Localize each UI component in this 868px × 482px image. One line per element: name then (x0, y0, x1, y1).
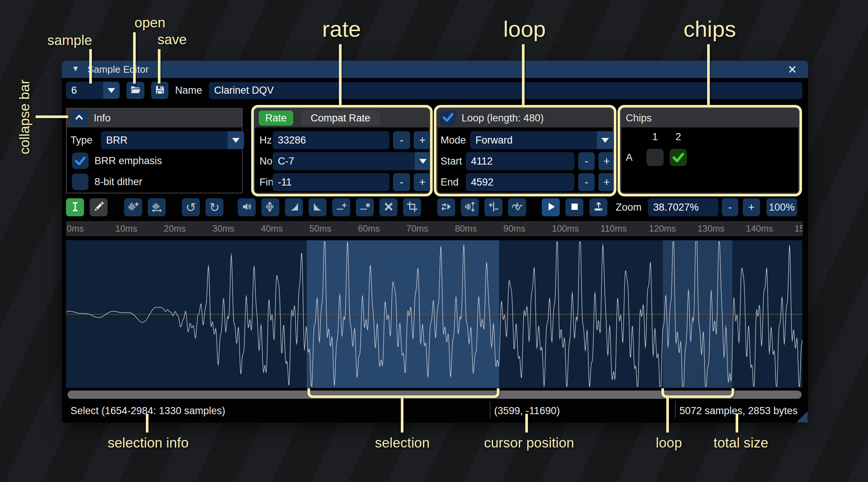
hz-decrement-button[interactable]: - (393, 131, 410, 149)
apply-filter-button[interactable] (508, 198, 526, 216)
trim-button[interactable] (403, 198, 421, 216)
fade-in-button[interactable] (285, 198, 303, 216)
loop-mode-dropdown[interactable]: Forward (470, 131, 613, 149)
window-resize-grip[interactable] (796, 411, 808, 422)
ruler-tick-label: 40ms (261, 223, 283, 234)
window-collapse-icon[interactable]: ▼ (72, 64, 79, 73)
ruler-tick-label: 30ms (212, 223, 234, 234)
loop-enable-checkbox[interactable] (440, 110, 456, 126)
redo-button[interactable]: ↻ (205, 198, 223, 216)
window-title: Sample Editor (87, 64, 148, 75)
stop-icon (569, 201, 580, 214)
apply-silence-button[interactable] (356, 198, 374, 216)
amp-vert-icon (265, 201, 276, 214)
annotation-line (158, 49, 160, 84)
ruler-tick-label: 140ms (746, 223, 773, 234)
fade-out-button[interactable] (309, 198, 327, 216)
resample-button[interactable] (124, 198, 142, 216)
zoom-out-button[interactable]: - (722, 198, 738, 216)
annotation-sample: sample (47, 33, 92, 48)
annotation-line (525, 414, 528, 433)
collapse-bar-button[interactable] (70, 110, 88, 126)
fine-input[interactable]: -11 (273, 173, 390, 191)
window-titlebar[interactable]: ▼ Sample Editor ✕ (62, 61, 808, 78)
chip-column-label: 1 (652, 131, 658, 143)
name-input[interactable]: Clarinet DQV (209, 82, 802, 99)
ibeam-icon (69, 201, 81, 214)
edit-cursor-button[interactable] (66, 198, 84, 216)
fine-increment-button[interactable]: + (414, 173, 431, 191)
delete-button[interactable] (379, 198, 397, 216)
zoom-in-button[interactable]: + (743, 198, 760, 216)
8-bit-dither-checkbox[interactable] (72, 174, 88, 190)
silence-star-icon (359, 201, 371, 214)
chip-A-1-checkbox[interactable] (646, 149, 664, 166)
sample-selector-value: 6 (71, 85, 77, 96)
note-dropdown[interactable]: C-7 (273, 152, 431, 170)
type-dropdown[interactable]: BRR (101, 131, 244, 149)
loop-end-increment-button[interactable]: + (598, 173, 615, 191)
loop-start-label: Start (441, 152, 462, 170)
ruler-tick-label: 150ms (795, 223, 803, 234)
annotation-line (89, 49, 92, 84)
sample-selector[interactable]: 6 (66, 82, 120, 99)
amplify-button[interactable] (261, 198, 279, 216)
save-button[interactable] (151, 82, 168, 99)
annotation-total-size: total size (714, 435, 768, 451)
ruler-tick-label: 70ms (406, 223, 429, 234)
fine-decrement-button[interactable]: - (393, 173, 410, 191)
annotation-loop-bottom: loop (656, 435, 682, 451)
status-separator (490, 401, 490, 418)
zoom-reset-button[interactable]: 100% (766, 198, 797, 216)
chevron-up-icon (73, 112, 85, 124)
loop-header-label: Loop (length: 480) (462, 109, 544, 127)
draw-pencil-button[interactable] (90, 198, 108, 216)
brr-emphasis-checkbox[interactable] (72, 153, 88, 169)
invert-button[interactable] (461, 198, 479, 216)
crop-icon (406, 201, 418, 214)
waveform-canvas[interactable] (66, 240, 802, 388)
open-button[interactable] (126, 82, 144, 99)
dropdown-arrow-icon (228, 131, 244, 149)
ruler-tick-label: 60ms (358, 223, 380, 234)
chip-column-label: 2 (675, 131, 681, 143)
close-button[interactable]: ✕ (785, 62, 800, 76)
ruler-tick-label: 0ms (67, 223, 84, 234)
info-checkbox-row: BRR emphasis (72, 152, 162, 169)
chip-row-label: A (626, 149, 633, 166)
stop-button[interactable] (565, 198, 583, 216)
ruler-tick-label: 120ms (649, 223, 676, 234)
reverse-button[interactable] (437, 198, 455, 216)
hz-increment-button[interactable]: + (414, 131, 431, 149)
annotation-selection: selection (375, 435, 430, 451)
zoom-input[interactable]: 38.7027% (648, 198, 718, 216)
signed-unsigned-button[interactable] (484, 198, 502, 216)
chips-header: Chips (621, 109, 798, 127)
undo-button[interactable]: ↺ (182, 198, 200, 216)
import-sample-button[interactable] (589, 198, 607, 216)
fade-out-icon (312, 201, 324, 214)
rate-section: Rate Compat Rate Hz 33286 - + Note C-7 F… (254, 108, 430, 193)
time-ruler[interactable]: 0ms10ms20ms30ms40ms50ms60ms70ms80ms90ms1… (66, 221, 803, 236)
chip-A-2-checkbox[interactable] (670, 149, 687, 166)
loop-start-increment-button[interactable]: + (598, 152, 615, 170)
waveform-view (66, 240, 802, 388)
ruler-tick-label: 10ms (115, 223, 137, 234)
hz-input[interactable]: 33286 (273, 131, 390, 149)
chips-section: Chips 12A (621, 108, 799, 193)
loop-end-decrement-button[interactable]: - (578, 173, 595, 191)
loop-start-decrement-button[interactable]: - (578, 152, 595, 170)
insert-silence-button[interactable] (332, 198, 350, 216)
zoom-label: Zoom (616, 198, 642, 216)
tab-compat-rate[interactable]: Compat Rate (301, 111, 380, 126)
tab-rate[interactable]: Rate (259, 111, 293, 126)
normalize-button[interactable] (238, 198, 256, 216)
waveform-scrollbar[interactable] (67, 391, 802, 399)
loop-end-input[interactable]: 4592 (466, 173, 574, 191)
ruler-tick-label: 90ms (504, 223, 526, 234)
play-button[interactable] (542, 198, 560, 216)
stretch-button[interactable] (148, 198, 166, 216)
loop-start-input[interactable]: 4112 (466, 152, 574, 170)
loop-header: Loop (length: 480) (438, 109, 613, 127)
annotation-line (401, 397, 403, 433)
